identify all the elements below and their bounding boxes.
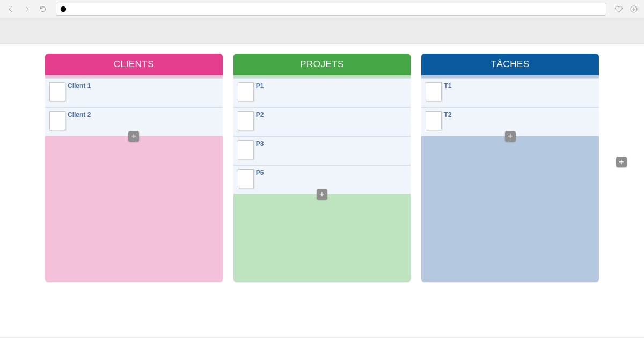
plus-icon: + (319, 190, 324, 199)
card-thumbnail (426, 82, 442, 101)
column-body: P1P2P3P5+ (233, 75, 411, 282)
card-list: Client 1Client 2 (45, 78, 223, 136)
card-thumbnail (238, 111, 254, 130)
board-column: PROJETSP1P2P3P5+ (233, 54, 411, 282)
card[interactable]: P1 (233, 78, 411, 107)
forward-button[interactable] (20, 3, 33, 16)
card-label: Client 2 (68, 111, 91, 119)
column-body: Client 1Client 2+ (45, 75, 223, 282)
secondary-toolbar (0, 18, 644, 44)
download-button[interactable] (628, 3, 640, 15)
kanban-board: CLIENTSClient 1Client 2+PROJETSP1P2P3P5+… (0, 44, 644, 282)
add-card-button[interactable]: + (505, 131, 516, 142)
plus-icon: + (508, 132, 513, 141)
card[interactable]: Client 1 (45, 78, 223, 107)
column-header[interactable]: TÂCHES (421, 54, 599, 75)
board-column: TÂCHEST1T2+ (421, 54, 599, 282)
card-label: P5 (256, 169, 264, 177)
board-column: CLIENTSClient 1Client 2+ (45, 54, 223, 282)
address-bar[interactable] (56, 3, 606, 16)
card-label: P2 (256, 111, 264, 119)
card-thumbnail (426, 111, 442, 130)
card-thumbnail (238, 140, 254, 159)
add-card-button[interactable]: + (317, 189, 327, 200)
favorite-button[interactable] (613, 3, 625, 15)
browser-toolbar (0, 0, 644, 18)
column-header[interactable]: CLIENTS (45, 54, 223, 75)
card-label: P3 (256, 140, 264, 148)
card-thumbnail (49, 82, 65, 101)
card[interactable]: P3 (233, 136, 411, 165)
plus-icon: + (131, 132, 136, 141)
card-label: Client 1 (68, 82, 91, 90)
card[interactable]: P2 (233, 107, 411, 136)
card-thumbnail (238, 82, 254, 101)
card-label: T2 (444, 111, 451, 119)
add-card-button[interactable]: + (128, 131, 139, 142)
card-label: T1 (444, 82, 451, 90)
column-body: T1T2+ (421, 75, 599, 282)
reload-button[interactable] (36, 3, 49, 16)
card-thumbnail (49, 111, 65, 130)
column-header[interactable]: PROJETS (233, 54, 411, 75)
add-column-button[interactable]: + (616, 157, 627, 167)
card-label: P1 (256, 82, 264, 90)
card[interactable]: T1 (421, 78, 599, 107)
url-input[interactable] (67, 5, 603, 13)
plus-icon: + (619, 157, 624, 167)
card-list: T1T2 (421, 78, 599, 136)
card-thumbnail (238, 169, 254, 188)
back-button[interactable] (4, 3, 17, 16)
globe-icon (60, 5, 67, 13)
card-list: P1P2P3P5 (233, 78, 411, 194)
